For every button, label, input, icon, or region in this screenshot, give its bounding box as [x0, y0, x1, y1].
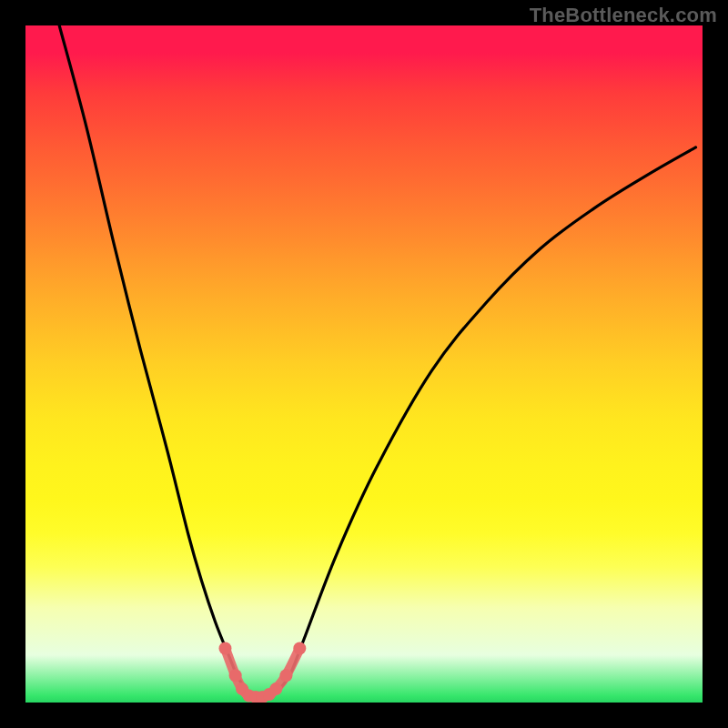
- bottleneck-curve: [59, 25, 695, 698]
- outer-frame: TheBottleneck.com: [0, 0, 728, 728]
- marker-dot: [218, 642, 231, 654]
- attribution-text: TheBottleneck.com: [530, 4, 717, 27]
- plot-area: [25, 25, 703, 703]
- marker-dot: [229, 669, 242, 682]
- marker-dot: [279, 669, 292, 682]
- marker-dot: [293, 642, 306, 654]
- chart-svg: [25, 25, 703, 703]
- marker-dot: [269, 682, 282, 695]
